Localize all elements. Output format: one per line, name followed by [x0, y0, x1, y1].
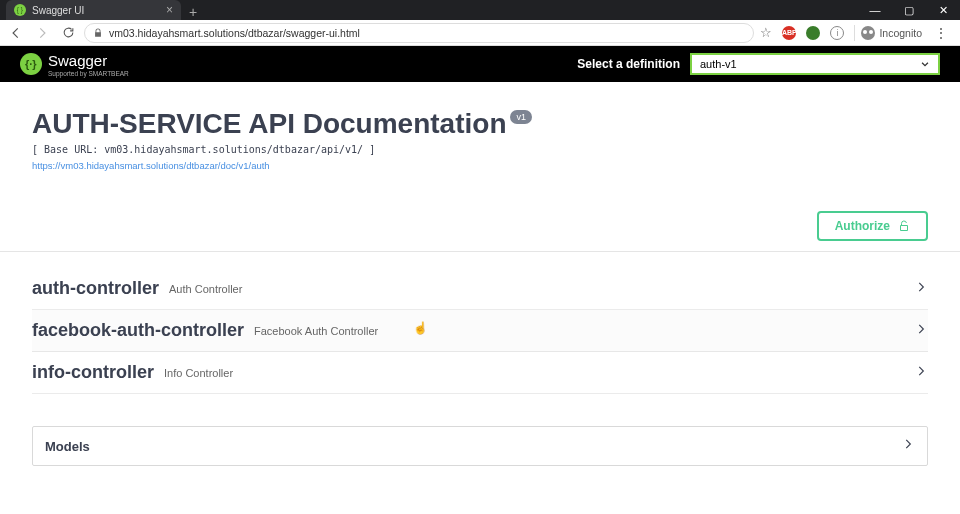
- url-input[interactable]: vm03.hidayahsmart.solutions/dtbazar/swag…: [84, 23, 754, 43]
- tag-name: facebook-auth-controller: [32, 320, 244, 341]
- base-url: [ Base URL: vm03.hidayahsmart.solutions/…: [32, 144, 928, 155]
- api-title: AUTH-SERVICE API Documentation: [32, 108, 506, 140]
- window-minimize-button[interactable]: —: [858, 0, 892, 20]
- tab-close-icon[interactable]: ×: [166, 3, 173, 17]
- api-doc-link[interactable]: https://vm03.hidayahsmart.solutions/dtba…: [32, 160, 270, 171]
- definition-selector-area: Select a definition auth-v1: [577, 53, 940, 75]
- controller-sections: auth-controller Auth Controller facebook…: [0, 252, 960, 410]
- chevron-right-icon: [914, 280, 928, 298]
- models-section[interactable]: Models: [32, 426, 928, 466]
- abp-extension-icon[interactable]: ABP: [782, 26, 796, 40]
- svg-text:{·}: {·}: [25, 58, 37, 70]
- models-label: Models: [45, 439, 90, 454]
- tag-facebook-auth-controller[interactable]: facebook-auth-controller Facebook Auth C…: [32, 310, 928, 352]
- tag-name: info-controller: [32, 362, 154, 383]
- tag-desc: Auth Controller: [169, 283, 242, 295]
- swagger-logo-icon: {·}: [20, 53, 42, 75]
- authorize-label: Authorize: [835, 219, 890, 233]
- incognito-icon: [861, 26, 875, 40]
- definition-select[interactable]: auth-v1: [690, 53, 940, 75]
- swagger-topbar: {·} Swagger Supported by SMARTBEAR Selec…: [0, 46, 960, 82]
- swagger-logo[interactable]: {·} Swagger Supported by SMARTBEAR: [20, 52, 129, 77]
- browser-tab-bar: { } Swagger UI × + — ▢ ✕: [0, 0, 960, 20]
- svg-text:{ }: { }: [17, 6, 24, 14]
- forward-button[interactable]: [32, 23, 52, 43]
- chevron-right-icon: [901, 437, 915, 455]
- swagger-brand-text: Swagger: [48, 52, 107, 69]
- tag-auth-controller[interactable]: auth-controller Auth Controller: [32, 268, 928, 310]
- browser-menu-button[interactable]: ⋮: [928, 26, 954, 40]
- window-close-button[interactable]: ✕: [926, 0, 960, 20]
- tag-desc: Info Controller: [164, 367, 233, 379]
- authorize-button[interactable]: Authorize: [817, 211, 928, 241]
- green-extension-icon[interactable]: [806, 26, 820, 40]
- unlock-icon: [898, 219, 910, 233]
- address-bar: vm03.hidayahsmart.solutions/dtbazar/swag…: [0, 20, 960, 46]
- browser-tab[interactable]: { } Swagger UI ×: [6, 0, 181, 20]
- chevron-right-icon: [914, 364, 928, 382]
- definition-label: Select a definition: [577, 57, 680, 71]
- tag-info-controller[interactable]: info-controller Info Controller: [32, 352, 928, 394]
- favicon-swagger-icon: { }: [14, 4, 26, 16]
- incognito-label: Incognito: [879, 27, 922, 39]
- tab-title: Swagger UI: [32, 5, 160, 16]
- extension-icons: ABP i: [778, 26, 848, 40]
- window-maximize-button[interactable]: ▢: [892, 0, 926, 20]
- new-tab-button[interactable]: +: [181, 4, 205, 20]
- back-button[interactable]: [6, 23, 26, 43]
- chevron-down-icon: [920, 59, 930, 69]
- window-controls: — ▢ ✕: [858, 0, 960, 20]
- incognito-indicator: Incognito: [861, 26, 922, 40]
- tag-name: auth-controller: [32, 278, 159, 299]
- bookmark-star-icon[interactable]: ☆: [760, 25, 772, 40]
- chevron-right-icon: [914, 322, 928, 340]
- api-version-badge: v1: [510, 110, 532, 124]
- tag-desc: Facebook Auth Controller: [254, 325, 378, 337]
- api-info-section: AUTH-SERVICE API Documentation v1 [ Base…: [0, 82, 960, 185]
- authorize-row: Authorize: [32, 211, 928, 241]
- lock-icon: [93, 28, 103, 38]
- url-text: vm03.hidayahsmart.solutions/dtbazar/swag…: [109, 27, 360, 39]
- swagger-brand-subtext: Supported by SMARTBEAR: [48, 70, 129, 77]
- info-extension-icon[interactable]: i: [830, 26, 844, 40]
- definition-selected-value: auth-v1: [700, 58, 737, 70]
- reload-button[interactable]: [58, 23, 78, 43]
